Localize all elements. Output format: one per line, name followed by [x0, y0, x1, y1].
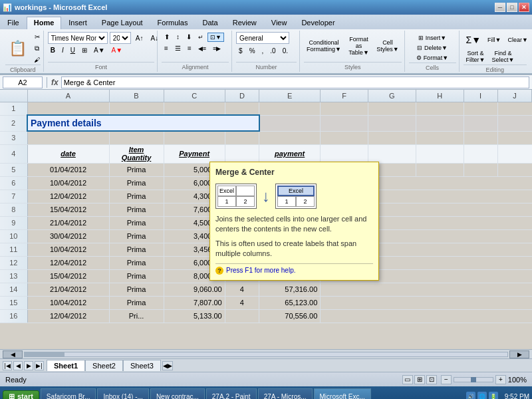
cell[interactable]: Prima [109, 256, 164, 269]
payment-details-cell[interactable]: Payment details [27, 115, 259, 131]
merge-center-button[interactable]: ⊡▼ [207, 33, 224, 42]
cell[interactable] [321, 296, 532, 309]
cell[interactable] [368, 144, 416, 163]
sheet-last-button[interactable]: ▶| [35, 361, 44, 370]
cell[interactable]: 57,316.00 [259, 283, 321, 296]
cell[interactable] [497, 102, 531, 115]
cell[interactable] [225, 309, 259, 323]
cell[interactable] [464, 163, 497, 176]
find-select-button[interactable]: Find &Select▼ [489, 49, 517, 65]
cell-styles-button[interactable]: CellStyles▼ [374, 38, 401, 54]
zoom-level[interactable]: 100% [508, 376, 527, 384]
clear-button[interactable]: Clear▼ [505, 35, 531, 45]
italic-button[interactable]: I [59, 45, 66, 55]
cell[interactable]: Prima [109, 283, 164, 296]
cell[interactable]: 12/04/2012 [27, 309, 109, 323]
cell[interactable]: 01/04/2012 [27, 163, 109, 176]
wrap-text-button[interactable]: ↵ [196, 33, 206, 42]
cell[interactable] [416, 102, 464, 115]
cell[interactable] [416, 144, 464, 163]
cell-date-header[interactable]: date [27, 144, 109, 163]
currency-button[interactable]: $ [236, 46, 245, 56]
taskbar-item-contract[interactable]: New contrac... [150, 388, 205, 399]
cell[interactable] [27, 102, 109, 115]
decimal-decrease-button[interactable]: 0. [280, 46, 291, 56]
cell[interactable] [164, 131, 225, 144]
sheet-first-button[interactable]: |◀ [3, 361, 12, 370]
cell[interactable]: 4 [225, 296, 259, 309]
underline-button[interactable]: U [68, 45, 78, 55]
cell[interactable]: Prima [109, 243, 164, 256]
sheet-tab-more-button[interactable]: ◀▶ [162, 361, 173, 370]
decimal-increase-button[interactable]: .0 [267, 46, 278, 56]
paste-button[interactable]: 📋 [5, 39, 30, 58]
autosum-button[interactable]: Σ▼ [464, 33, 484, 47]
cell[interactable] [368, 115, 416, 131]
tab-review[interactable]: Review [225, 17, 264, 29]
align-bottom-button[interactable]: ⬇ [184, 32, 194, 42]
zoom-slider-thumb[interactable] [471, 377, 476, 382]
copy-button[interactable]: ⧉ [31, 43, 43, 54]
taskbar-item-safaricom[interactable]: Safaricom Br... [41, 388, 96, 399]
name-box[interactable] [3, 76, 43, 88]
cell[interactable] [416, 163, 464, 176]
cell[interactable] [464, 115, 497, 131]
percent-button[interactable]: % [247, 46, 258, 56]
cell-payment-header[interactable]: Payment [164, 144, 225, 163]
cell[interactable]: Prima [109, 203, 164, 216]
cell[interactable] [164, 102, 225, 115]
font-size-select[interactable]: 20 [110, 32, 131, 44]
cut-button[interactable]: ✂ [31, 32, 43, 42]
scroll-right-button[interactable]: ▶ [509, 350, 529, 358]
align-middle-button[interactable]: ↕ [174, 32, 182, 42]
start-button[interactable]: ⊞ start [3, 390, 39, 400]
cell[interactable]: Prima [109, 269, 164, 283]
cell[interactable] [225, 131, 259, 144]
sheet-tab-1[interactable]: Sheet1 [47, 360, 85, 371]
tab-insert[interactable]: Insert [61, 17, 94, 29]
cell[interactable] [109, 131, 164, 144]
cell[interactable] [321, 131, 368, 144]
minimize-button[interactable]: ─ [495, 3, 505, 12]
fill-button[interactable]: Fill▼ [485, 35, 503, 45]
cell[interactable] [259, 131, 321, 144]
format-cells-button[interactable]: ⚙ Format▼ [414, 53, 451, 63]
cell[interactable] [225, 144, 259, 163]
cell[interactable]: Prima [109, 163, 164, 176]
align-left-button[interactable]: ≡ [162, 43, 171, 53]
cell[interactable]: Prima [109, 190, 164, 203]
cell[interactable] [497, 144, 531, 163]
format-as-table-button[interactable]: Formatas Table▼ [345, 35, 372, 57]
cell-cum-header[interactable]: payment [259, 144, 321, 163]
cell[interactable] [321, 144, 368, 163]
cell[interactable]: 12/04/2012 [27, 190, 109, 203]
tab-view[interactable]: View [264, 17, 295, 29]
tab-data[interactable]: Data [195, 17, 225, 29]
cell[interactable]: Prima [109, 229, 164, 243]
taskbar-item-excel[interactable]: Microsoft Exc... [314, 388, 371, 399]
cell[interactable]: 12/04/2012 [27, 256, 109, 269]
scroll-left-button[interactable]: ◀ [3, 350, 23, 358]
spreadsheet-scroll[interactable]: A B C D E F G H I J 1 [0, 90, 532, 349]
cell[interactable]: 15/04/2012 [27, 269, 109, 283]
taskbar-item-word[interactable]: 27A - Micros... [258, 388, 313, 399]
cell[interactable]: 10/04/2012 [27, 296, 109, 309]
increase-font-button[interactable]: A↑ [133, 33, 146, 43]
formula-input[interactable] [61, 76, 529, 88]
cell[interactable]: 9,060.00 [164, 283, 225, 296]
cell[interactable]: Prima [109, 216, 164, 229]
cell[interactable] [109, 102, 164, 115]
sheet-next-button[interactable]: ▶ [24, 361, 33, 370]
taskbar-item-paint[interactable]: 27A.2 - Paint [206, 388, 257, 399]
tab-home[interactable]: Home [27, 17, 62, 29]
cell[interactable] [416, 131, 464, 144]
font-family-select[interactable]: Times New Rom [48, 32, 108, 44]
cell[interactable] [321, 102, 368, 115]
cell[interactable] [497, 163, 531, 176]
sort-filter-button[interactable]: Sort &Filter▼ [464, 49, 488, 65]
border-button[interactable]: ⊞ [79, 45, 90, 55]
align-top-button[interactable]: ⬆ [162, 32, 172, 42]
cell[interactable]: 65,123.00 [259, 296, 321, 309]
conditional-formatting-button[interactable]: ConditionalFormatting▼ [304, 38, 344, 54]
delete-cells-button[interactable]: ⊟ Delete▼ [414, 43, 450, 53]
